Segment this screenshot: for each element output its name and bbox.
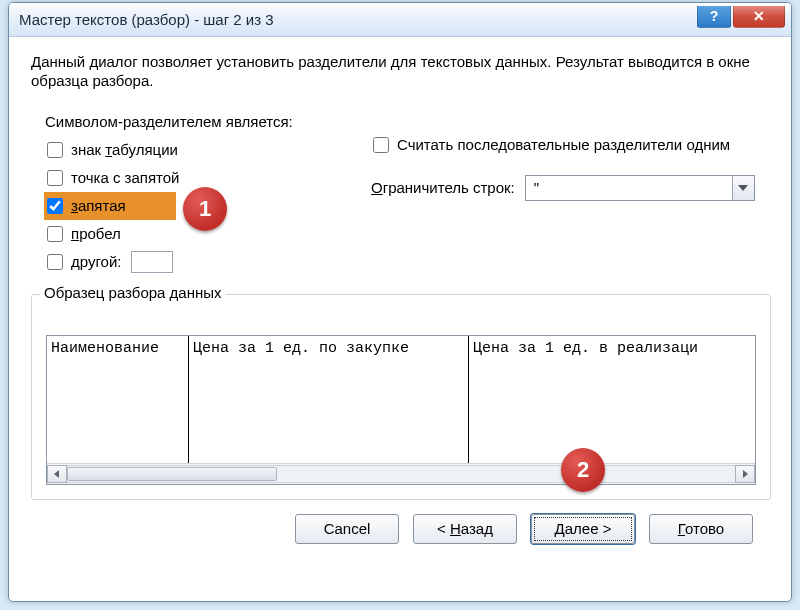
text-qualifier-row: Ограничитель строк: "	[371, 175, 771, 201]
scroll-right-button[interactable]	[735, 465, 755, 483]
preview-col-2: Цена за 1 ед. по закупке	[189, 336, 469, 463]
callout-1: 1	[183, 187, 227, 231]
next-button[interactable]: Далее >	[531, 514, 635, 544]
cancel-button-label: Cancel	[324, 520, 371, 537]
preview-col-1: Наименование	[47, 336, 189, 463]
next-button-label: Далее >	[555, 520, 612, 537]
text-qualifier-value: "	[534, 179, 539, 196]
button-row: Cancel < Назад Далее > 2 Готово	[31, 500, 771, 560]
preview-hscrollbar[interactable]	[47, 464, 755, 484]
finish-button-label: Готово	[678, 520, 724, 537]
delimiter-other-input[interactable]	[131, 251, 173, 273]
delimiter-other-row: другой:	[45, 248, 307, 276]
back-button-label: < Назад	[437, 520, 493, 537]
delimiters-legend: Символом-разделителем является:	[45, 113, 307, 136]
scroll-thumb[interactable]	[67, 467, 277, 481]
delimiter-tab-checkbox[interactable]	[47, 142, 63, 158]
chevron-right-icon	[741, 470, 749, 478]
delimiter-space-checkbox[interactable]	[47, 226, 63, 242]
treat-consecutive-label: Считать последовательные разделители одн…	[397, 136, 730, 153]
callout-1-label: 1	[199, 196, 211, 222]
help-button[interactable]: ?	[697, 6, 731, 28]
scroll-left-button[interactable]	[47, 465, 67, 483]
preview-col-3: Цена за 1 ед. в реализаци	[469, 336, 755, 463]
delimiter-other-label: другой:	[71, 253, 121, 270]
dialog-body: Данный диалог позволяет установить разде…	[9, 37, 791, 601]
preview-table: Наименование Цена за 1 ед. по закупке Це…	[47, 336, 755, 464]
delimiter-space-row: пробел	[45, 220, 307, 248]
delimiter-tab-label: знак табуляции	[71, 141, 178, 158]
back-button[interactable]: < Назад	[413, 514, 517, 544]
close-icon: ✕	[753, 8, 765, 24]
close-button[interactable]: ✕	[733, 6, 785, 28]
treat-consecutive-checkbox[interactable]	[373, 137, 389, 153]
chevron-down-icon	[732, 176, 754, 200]
delimiter-semicolon-label: точка с запятой	[71, 169, 180, 186]
text-qualifier-select[interactable]: "	[525, 175, 755, 201]
callout-2-label: 2	[577, 457, 589, 483]
delimiter-comma-checkbox[interactable]	[47, 198, 63, 214]
delimiter-space-label: пробел	[71, 225, 121, 242]
titlebar: Мастер текстов (разбор) - шаг 2 из 3 ? ✕	[9, 3, 791, 37]
finish-button[interactable]: Готово	[649, 514, 753, 544]
delimiter-semicolon-row: точка с запятой	[45, 164, 307, 192]
delimiter-comma-row: запятая	[45, 192, 307, 220]
delimiter-tab-row: знак табуляции	[45, 136, 307, 164]
text-qualifier-label: Ограничитель строк:	[371, 179, 515, 196]
delimiters-group: Символом-разделителем является: знак таб…	[31, 113, 321, 286]
delimiter-comma-label: запятая	[71, 197, 126, 214]
delimiter-other-checkbox[interactable]	[47, 254, 63, 270]
scroll-track[interactable]	[67, 465, 735, 483]
dialog-window: Мастер текстов (разбор) - шаг 2 из 3 ? ✕…	[8, 2, 792, 602]
preview-pane: Наименование Цена за 1 ед. по закупке Це…	[46, 335, 756, 485]
window-title: Мастер текстов (разбор) - шаг 2 из 3	[19, 11, 695, 28]
intro-text: Данный диалог позволяет установить разде…	[31, 53, 771, 91]
callout-2: 2	[561, 448, 605, 492]
preview-legend: Образец разбора данных	[40, 284, 226, 301]
delimiters-area: Символом-разделителем является: знак таб…	[31, 103, 771, 286]
cancel-button[interactable]: Cancel	[295, 514, 399, 544]
chevron-left-icon	[53, 470, 61, 478]
preview-group: Образец разбора данных Наименование Цена…	[31, 294, 771, 500]
delimiter-semicolon-checkbox[interactable]	[47, 170, 63, 186]
treat-consecutive-row: Считать последовательные разделители одн…	[371, 131, 771, 159]
delimiter-options-col: Считать последовательные разделители одн…	[371, 103, 771, 286]
